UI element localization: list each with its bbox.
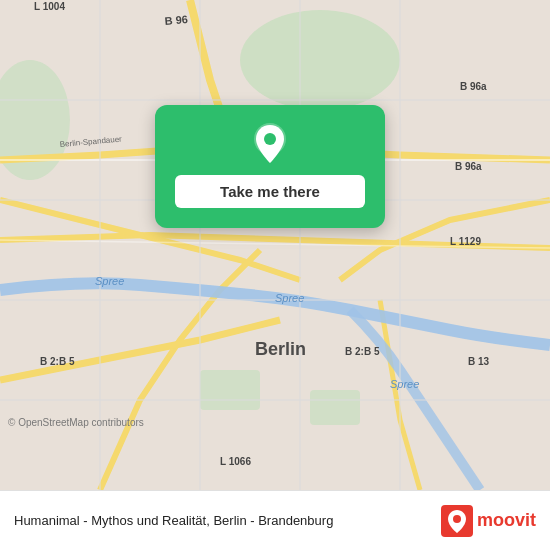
svg-text:B 2:B 5: B 2:B 5	[40, 356, 75, 367]
map-pin-icon	[248, 121, 292, 165]
take-me-there-card: Take me there	[155, 105, 385, 228]
svg-text:B 96a: B 96a	[455, 161, 482, 172]
location-label: Humanimal - Mythos und Realität, Berlin …	[14, 513, 431, 528]
svg-point-30	[453, 515, 461, 523]
svg-text:B 13: B 13	[468, 356, 490, 367]
svg-text:Spree: Spree	[95, 275, 124, 287]
svg-point-28	[264, 133, 276, 145]
svg-text:L 1129: L 1129	[450, 236, 481, 247]
svg-point-1	[240, 10, 400, 110]
moovit-logo: moovit	[441, 505, 536, 537]
svg-text:B 96: B 96	[164, 13, 188, 27]
svg-text:L 1004: L 1004	[34, 1, 65, 12]
take-me-there-button[interactable]: Take me there	[175, 175, 365, 208]
svg-text:L 1066: L 1066	[220, 456, 251, 467]
svg-text:Spree: Spree	[390, 378, 419, 390]
svg-text:Berlin: Berlin	[255, 339, 306, 359]
osm-credit: © OpenStreetMap contributors	[8, 417, 144, 428]
svg-text:B 96a: B 96a	[460, 81, 487, 92]
map-container: B 96 B 96a B 96a L 1129 B 2:B 5 B 2:B 5 …	[0, 0, 550, 490]
moovit-logo-icon	[441, 505, 473, 537]
moovit-text: moovit	[477, 510, 536, 531]
svg-rect-4	[310, 390, 360, 425]
svg-text:Spree: Spree	[275, 292, 304, 304]
bottom-bar: Humanimal - Mythos und Realität, Berlin …	[0, 490, 550, 550]
svg-text:B 2:B 5: B 2:B 5	[345, 346, 380, 357]
svg-rect-3	[200, 370, 260, 410]
